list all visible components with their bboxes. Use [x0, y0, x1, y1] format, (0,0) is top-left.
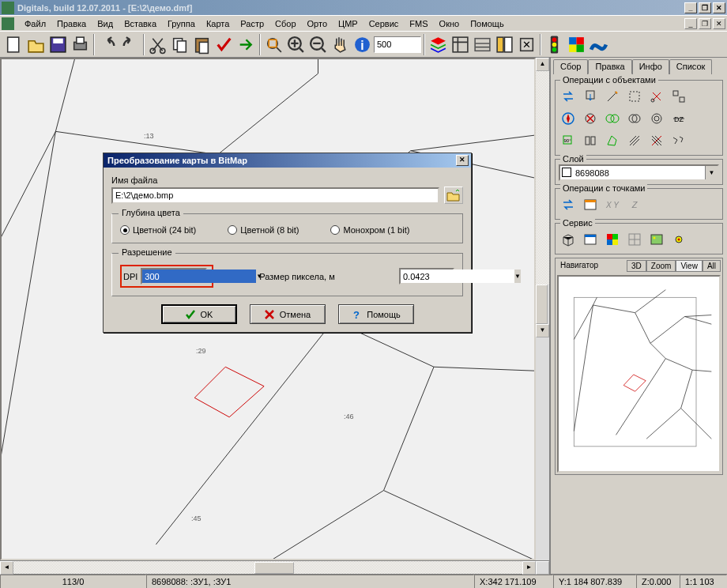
menu-group[interactable]: Группа: [162, 17, 201, 30]
hatch2-icon[interactable]: [647, 131, 666, 150]
tool-d-button[interactable]: ✕: [516, 34, 537, 55]
browse-button[interactable]: [444, 187, 463, 204]
svc-grid-icon[interactable]: [625, 230, 644, 249]
maximize-button[interactable]: ❐: [699, 2, 711, 13]
menu-raster[interactable]: Растр: [235, 17, 269, 30]
pts-swap-icon[interactable]: [559, 195, 578, 214]
ok-button[interactable]: OK: [161, 304, 237, 324]
pixel-size-input[interactable]: [401, 270, 514, 283]
close-button[interactable]: ✕: [713, 2, 725, 13]
layer-combo[interactable]: ▼: [559, 164, 719, 181]
cut-button[interactable]: [147, 34, 168, 55]
open-button[interactable]: [25, 34, 47, 55]
compass-icon[interactable]: [559, 109, 578, 128]
hatch1-icon[interactable]: [625, 131, 644, 150]
check-button[interactable]: [213, 34, 235, 55]
layer-input[interactable]: [573, 166, 705, 179]
pts-calendar-icon[interactable]: [581, 195, 600, 214]
menu-fms[interactable]: FMS: [404, 17, 433, 30]
menu-service[interactable]: Сервис: [364, 17, 405, 30]
menu-collect[interactable]: Сбор: [269, 17, 301, 30]
save-button[interactable]: [47, 34, 69, 55]
help-button[interactable]: ? Помощь: [338, 304, 414, 324]
group-icon[interactable]: [669, 87, 688, 106]
menu-view[interactable]: Вид: [92, 17, 119, 30]
circles-icon[interactable]: [603, 109, 622, 128]
hatch3-icon[interactable]: [669, 131, 688, 150]
svc-target-icon[interactable]: [669, 230, 688, 249]
forward-button[interactable]: [235, 34, 257, 55]
zoom-out-button[interactable]: [307, 34, 329, 55]
tool-c-button[interactable]: [494, 34, 515, 55]
print-button[interactable]: [70, 34, 91, 55]
menu-dem[interactable]: ЦМР: [333, 17, 364, 30]
horizontal-scrollbar[interactable]: ◄ ►: [0, 560, 549, 574]
mdi-close[interactable]: ✕: [713, 18, 725, 29]
rotate90-icon[interactable]: 90°: [559, 131, 578, 150]
tab-collect[interactable]: Сбор: [553, 59, 588, 74]
svc-window-icon[interactable]: [581, 230, 600, 249]
menu-help[interactable]: Помощь: [465, 17, 510, 30]
dpi-input[interactable]: [142, 270, 256, 283]
undo-button[interactable]: [97, 34, 119, 55]
file-input[interactable]: [111, 187, 439, 204]
menu-window[interactable]: Окно: [434, 17, 465, 30]
down-icon[interactable]: [581, 87, 600, 106]
pts-xy-icon[interactable]: X Y: [603, 195, 622, 214]
paste-button[interactable]: [191, 34, 213, 55]
tab-list[interactable]: Список: [669, 59, 713, 74]
tool-a-button[interactable]: [450, 34, 471, 55]
zoom-in-button[interactable]: [285, 34, 307, 55]
traffic-button[interactable]: [544, 34, 565, 55]
cancel-button[interactable]: Отмена: [250, 304, 326, 324]
tool-b-button[interactable]: [472, 34, 493, 55]
radio-24bit[interactable]: Цветной (24 bit): [120, 225, 196, 235]
dpi-combo[interactable]: ▼: [141, 268, 207, 285]
pan-button[interactable]: [330, 34, 351, 55]
radio-1bit[interactable]: Монохром (1 bit): [330, 225, 409, 235]
ring-icon[interactable]: [647, 109, 666, 128]
flip-icon[interactable]: [581, 131, 600, 150]
svc-colors-icon[interactable]: [603, 230, 622, 249]
new-button[interactable]: [3, 34, 24, 55]
vertical-scrollbar[interactable]: ▲ ▼: [536, 58, 549, 560]
copy-button[interactable]: [169, 34, 190, 55]
menu-ortho[interactable]: Орто: [302, 17, 333, 30]
wand-icon[interactable]: [603, 87, 622, 106]
cut-obj-icon[interactable]: [647, 87, 666, 106]
overlap-icon[interactable]: [625, 109, 644, 128]
redo-button[interactable]: [119, 34, 141, 55]
select-rect-icon[interactable]: [625, 87, 644, 106]
layers-button[interactable]: [428, 34, 449, 55]
tab-edit[interactable]: Правка: [588, 59, 631, 74]
nav-zoom[interactable]: Zoom: [646, 260, 676, 272]
svc-image-icon[interactable]: [647, 230, 666, 249]
svc-box-icon[interactable]: [559, 230, 578, 249]
curve-button[interactable]: [588, 34, 609, 55]
delete-icon[interactable]: [581, 109, 600, 128]
info-button[interactable]: i: [352, 34, 373, 55]
dialog-titlebar[interactable]: Преобразование карты в BitMap ✕: [104, 153, 471, 168]
pts-z-icon[interactable]: Z: [625, 195, 644, 214]
menu-file[interactable]: Файл: [19, 17, 51, 30]
swap-icon[interactable]: [559, 87, 578, 106]
zoom-extents-button[interactable]: [263, 34, 284, 55]
nav-view[interactable]: View: [676, 260, 703, 272]
dz-icon[interactable]: DZ: [669, 109, 688, 128]
nav-3d[interactable]: 3D: [627, 260, 646, 272]
navigator-view[interactable]: [557, 275, 721, 473]
mdi-minimize[interactable]: _: [684, 18, 697, 29]
chevron-down-icon[interactable]: ▼: [514, 270, 521, 283]
color-button[interactable]: [566, 34, 587, 55]
scale-input[interactable]: [374, 36, 421, 53]
menu-map[interactable]: Карта: [201, 17, 235, 30]
radio-8bit[interactable]: Цветной (8 bit): [228, 225, 299, 235]
menu-insert[interactable]: Вставка: [119, 17, 162, 30]
dialog-close-button[interactable]: ✕: [456, 155, 469, 166]
nav-all[interactable]: All: [703, 260, 721, 272]
mdi-restore[interactable]: ❐: [699, 18, 711, 29]
chevron-down-icon[interactable]: ▼: [705, 166, 718, 179]
tab-info[interactable]: Инфо: [632, 59, 669, 74]
menu-edit[interactable]: Правка: [51, 17, 92, 30]
pixel-size-combo[interactable]: ▼: [399, 268, 454, 285]
